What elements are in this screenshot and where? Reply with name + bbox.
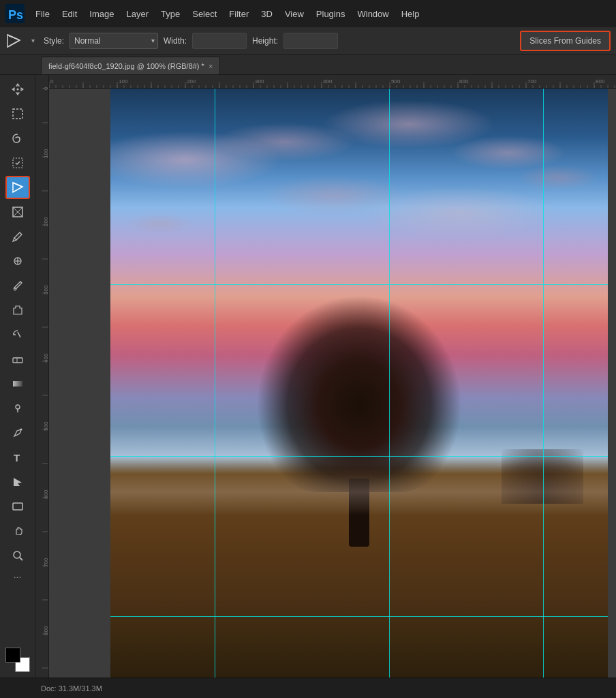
more-tools-button[interactable]: ··· (5, 568, 30, 585)
marquee-tool-button[interactable] (5, 102, 30, 125)
svg-line-24 (20, 558, 22, 560)
document-tab[interactable]: field-gf6404f8c0_1920.jpg @ 100% (RGB/8#… (41, 57, 220, 74)
tool-preset-dropdown[interactable]: ▾ (27, 33, 38, 49)
photo-image (110, 89, 608, 678)
main-area: T ··· (0, 75, 616, 678)
menu-bar: Ps File Edit Image Layer Type Select Fil… (0, 0, 616, 27)
menu-edit[interactable]: Edit (57, 6, 82, 22)
options-bar: ▾ Style: Normal Fixed Aspect Ratio Fixed… (0, 27, 616, 55)
style-select-wrap: Normal Fixed Aspect Ratio Fixed Size (70, 33, 158, 49)
style-select[interactable]: Normal Fixed Aspect Ratio Fixed Size (70, 33, 158, 49)
status-bar: Doc: 31.3M/31.3M (0, 678, 616, 698)
menu-3d[interactable]: 3D (256, 6, 278, 22)
app-logo: Ps (5, 4, 25, 23)
dodge-tool-button[interactable] (5, 397, 30, 420)
menu-help[interactable]: Help (396, 6, 425, 22)
svg-text:T: T (14, 452, 20, 464)
menu-file[interactable]: File (30, 6, 55, 22)
svg-rect-17 (13, 381, 22, 386)
svg-text:Ps: Ps (8, 8, 23, 22)
guide-line-v1 (215, 89, 215, 678)
svg-point-23 (14, 551, 20, 558)
canvas-container[interactable] (110, 89, 608, 678)
menu-view[interactable]: View (279, 6, 309, 22)
menu-type[interactable]: Type (155, 6, 185, 22)
canvas-area[interactable] (35, 75, 616, 678)
eyedropper-tool-button[interactable] (5, 225, 30, 248)
height-input[interactable] (283, 33, 338, 49)
guide-line-v2 (389, 89, 390, 678)
tab-title: field-gf6404f8c0_1920.jpg @ 100% (RGB/8#… (48, 62, 204, 70)
path-select-button[interactable] (5, 470, 30, 494)
color-swatches[interactable] (5, 648, 30, 672)
svg-point-20 (20, 429, 22, 431)
guide-line-h1 (110, 284, 608, 285)
object-select-button[interactable] (5, 151, 30, 174)
tab-close-button[interactable]: × (209, 62, 213, 70)
svg-rect-15 (13, 358, 22, 363)
menu-layer[interactable]: Layer (121, 6, 155, 22)
svg-line-7 (13, 183, 22, 187)
menu-image[interactable]: Image (84, 6, 119, 22)
width-input[interactable] (192, 33, 247, 49)
ruler-left (35, 75, 49, 678)
pen-tool-button[interactable] (5, 421, 30, 444)
menu-plugins[interactable]: Plugins (311, 6, 351, 22)
shape-tool-button[interactable] (5, 495, 30, 518)
width-label: Width: (164, 36, 187, 46)
svg-rect-22 (13, 503, 22, 510)
fog-layer (110, 468, 608, 516)
style-label: Style: (44, 36, 64, 46)
type-tool-button[interactable]: T (5, 446, 30, 469)
height-label: Height: (252, 36, 278, 46)
brush-tool-button[interactable] (5, 274, 30, 297)
slice-tool-icon (5, 33, 22, 49)
toolbar: T ··· (0, 75, 35, 678)
foreground-color-swatch[interactable] (5, 648, 20, 663)
clone-stamp-button[interactable] (5, 299, 30, 322)
doc-info: Doc: 31.3M/31.3M (41, 684, 102, 693)
eraser-tool-button[interactable] (5, 348, 30, 371)
slices-from-guides-button[interactable]: Slices From Guides (520, 31, 611, 51)
slice-tool-button[interactable] (5, 176, 30, 199)
svg-point-18 (16, 405, 20, 409)
hand-tool-button[interactable] (5, 519, 30, 543)
svg-line-3 (7, 40, 20, 47)
history-brush-button[interactable] (5, 323, 30, 346)
frame-tool-button[interactable] (5, 200, 30, 224)
tab-bar: field-gf6404f8c0_1920.jpg @ 100% (RGB/8#… (0, 55, 616, 75)
tree-canopy (257, 274, 461, 492)
move-tool-button[interactable] (5, 78, 30, 101)
menu-filter[interactable]: Filter (224, 6, 254, 22)
guide-line-h2 (110, 456, 608, 457)
gradient-tool-button[interactable] (5, 372, 30, 395)
svg-rect-5 (13, 109, 22, 119)
menu-select[interactable]: Select (187, 6, 222, 22)
ruler-top (35, 75, 616, 89)
menu-window[interactable]: Window (352, 6, 394, 22)
zoom-tool-button[interactable] (5, 544, 30, 567)
healing-brush-button[interactable] (5, 249, 30, 273)
guide-line-v3 (543, 89, 544, 678)
svg-point-4 (16, 89, 18, 91)
guide-line-h3 (110, 616, 608, 617)
lasso-tool-button[interactable] (5, 127, 30, 150)
